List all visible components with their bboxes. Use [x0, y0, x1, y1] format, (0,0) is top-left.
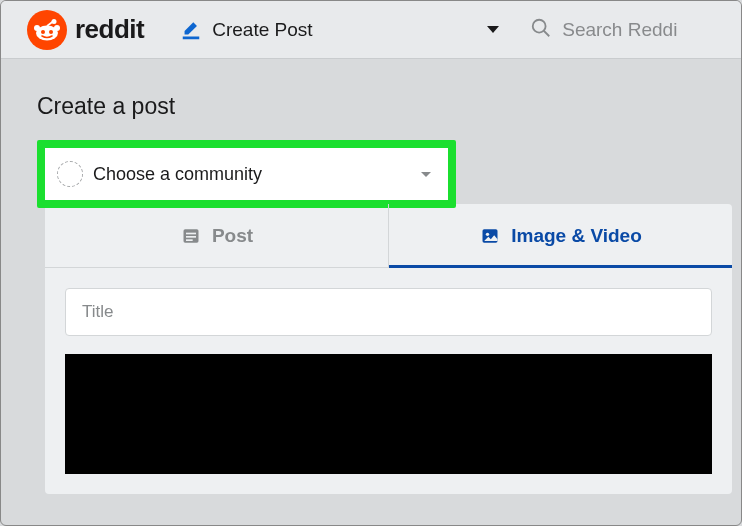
brand-wordmark: reddit	[75, 14, 144, 45]
image-icon	[479, 225, 501, 247]
reddit-logo-icon	[27, 10, 67, 50]
post-text-icon	[180, 225, 202, 247]
page-title: Create a post	[37, 93, 741, 120]
tab-image-video-label: Image & Video	[511, 225, 642, 247]
tab-post-label: Post	[212, 225, 253, 247]
svg-point-2	[54, 25, 60, 31]
community-select-highlight: Choose a community	[37, 140, 456, 208]
svg-rect-11	[186, 239, 193, 241]
post-editor-card: Post Image & Video	[45, 204, 732, 494]
nav-context-dropdown[interactable]: Create Post	[180, 19, 520, 41]
caret-down-icon	[486, 21, 500, 39]
media-dropzone[interactable]	[65, 354, 712, 474]
search-placeholder: Search Reddi	[562, 19, 677, 41]
top-header: reddit Create Post Search Reddi	[1, 1, 741, 59]
search-box[interactable]: Search Reddi	[530, 17, 677, 43]
svg-line-7	[544, 30, 550, 36]
svg-point-13	[486, 232, 489, 235]
community-select[interactable]: Choose a community	[45, 148, 448, 200]
svg-point-6	[533, 19, 546, 32]
svg-point-1	[34, 25, 40, 31]
pencil-icon	[180, 19, 202, 41]
svg-point-4	[41, 30, 45, 34]
svg-rect-9	[186, 232, 196, 234]
brand-logo-group[interactable]: reddit	[27, 10, 144, 50]
search-icon	[530, 17, 552, 43]
title-input[interactable]	[65, 288, 712, 336]
post-type-tabs: Post Image & Video	[45, 204, 732, 268]
community-select-label: Choose a community	[93, 164, 420, 185]
tab-image-video[interactable]: Image & Video	[389, 204, 732, 267]
community-placeholder-icon	[57, 161, 83, 187]
svg-point-5	[49, 30, 53, 34]
editor-body	[45, 268, 732, 494]
svg-rect-10	[186, 236, 196, 238]
main-content: Create a post Choose a community	[1, 59, 741, 494]
tab-post[interactable]: Post	[45, 204, 389, 267]
nav-context-label: Create Post	[212, 19, 312, 41]
caret-down-icon	[420, 165, 432, 183]
